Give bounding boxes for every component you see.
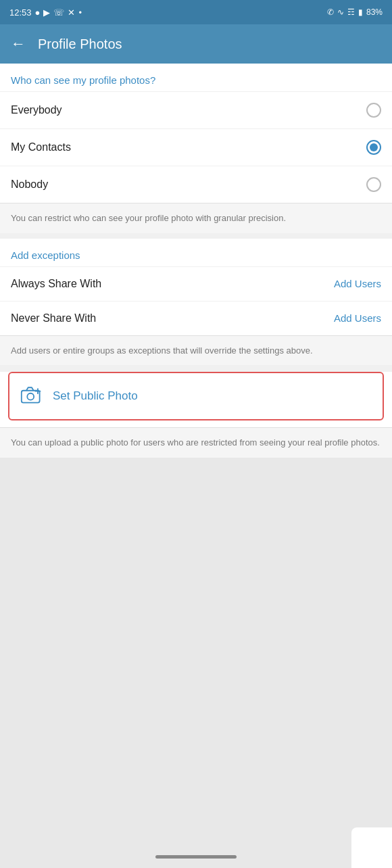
call-icon: ✆	[327, 7, 334, 17]
youtube-icon: ▶	[43, 7, 50, 18]
public-photo-info: You can upload a public photo for users …	[0, 427, 392, 458]
svg-rect-0	[22, 391, 40, 403]
page-title: Profile Photos	[38, 37, 122, 52]
visibility-section: Who can see my profile photos? Everybody…	[0, 64, 392, 233]
set-public-photo-label: Set Public Photo	[53, 389, 138, 403]
never-share-label: Never Share With	[11, 312, 96, 324]
radio-nobody-circle[interactable]	[366, 177, 381, 192]
visibility-section-title: Who can see my profile photos?	[0, 64, 392, 91]
always-share-add-users-button[interactable]: Add Users	[334, 278, 381, 289]
radio-everybody[interactable]: Everybody	[0, 91, 392, 128]
radio-everybody-circle[interactable]	[366, 103, 381, 118]
signal-icon: ●	[35, 7, 41, 18]
battery-icon: ▮	[358, 7, 363, 17]
signal-bars-icon: ☶	[347, 7, 355, 17]
svg-point-1	[27, 393, 34, 400]
radio-my-contacts-circle[interactable]	[366, 140, 381, 155]
set-public-photo-button[interactable]: Set Public Photo	[8, 372, 384, 420]
public-photo-section: Set Public Photo You can upload a public…	[0, 372, 392, 458]
radio-nobody[interactable]: Nobody	[0, 166, 392, 203]
radio-my-contacts-inner	[370, 143, 378, 151]
content-area: Who can see my profile photos? Everybody…	[0, 64, 392, 458]
exceptions-section-title: Add exceptions	[0, 239, 392, 266]
status-bar: 12:53 ● ▶ ☏ ✕ • ✆ ∿ ☶ ▮ 83%	[0, 0, 392, 24]
radio-my-contacts-label: My Contacts	[11, 141, 71, 153]
always-share-label: Always Share With	[11, 278, 101, 290]
app-header: ← Profile Photos	[0, 24, 392, 64]
back-button[interactable]: ←	[11, 35, 26, 53]
dot-icon: •	[78, 7, 82, 18]
status-left: 12:53 ● ▶ ☏ ✕ •	[9, 7, 82, 18]
camera-icon	[20, 385, 43, 407]
exceptions-info: Add users or entire groups as exceptions…	[0, 335, 392, 366]
home-indicator	[155, 855, 237, 859]
bottom-corner-card	[351, 827, 392, 868]
radio-my-contacts[interactable]: My Contacts	[0, 128, 392, 166]
status-right: ✆ ∿ ☶ ▮ 83%	[327, 7, 383, 17]
wifi-icon: ∿	[337, 7, 344, 17]
never-share-row: Never Share With Add Users	[0, 301, 392, 335]
battery-percent: 83%	[366, 7, 383, 17]
radio-everybody-label: Everybody	[11, 104, 62, 116]
radio-nobody-label: Nobody	[11, 178, 48, 191]
whatsapp-icon: ☏	[53, 7, 64, 18]
never-share-add-users-button[interactable]: Add Users	[334, 312, 381, 324]
always-share-row: Always Share With Add Users	[0, 266, 392, 301]
twitter-icon: ✕	[68, 7, 75, 18]
status-time: 12:53	[9, 7, 32, 18]
exceptions-section: Add exceptions Always Share With Add Use…	[0, 239, 392, 366]
visibility-info: You can restrict who can see your profil…	[0, 203, 392, 233]
